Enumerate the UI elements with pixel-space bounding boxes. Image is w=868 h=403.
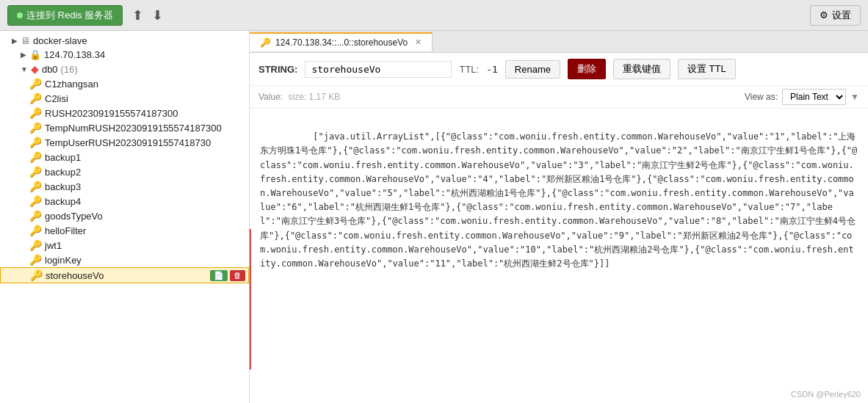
db0-count: (16) <box>61 64 78 75</box>
reload-button[interactable]: 重载键值 <box>613 59 670 79</box>
key-label-backup2: backup2 <box>45 167 81 178</box>
sidebar-item-storehousevo[interactable]: 🔑 storehouseVo 📄 🗑 <box>0 267 249 283</box>
upload-icon: ⬆ <box>132 8 143 23</box>
key-type-label: STRING: <box>258 64 297 75</box>
sidebar-item-backup4[interactable]: 🔑 backup4 <box>0 194 249 208</box>
tab-close-button[interactable]: ✕ <box>415 37 422 47</box>
item-actions: 📄 🗑 <box>210 270 245 281</box>
key-label-tempuser: TempUserRUSH202309191557418730 <box>45 137 211 148</box>
content-panel: 🔑 124.70.138.34::...0::storehouseVo ✕ ST… <box>250 31 868 403</box>
download-icon: ⬇ <box>152 8 163 23</box>
key-label-rush1: RUSH20230919155574187300 <box>45 108 178 119</box>
sidebar-item-backup1[interactable]: 🔑 backup1 <box>0 150 249 164</box>
key-label-storehousevo: storehouseVo <box>46 270 104 281</box>
key-label-hellofilter: helloFilter <box>45 225 86 236</box>
sidebar-item-rush1[interactable]: 🔑 RUSH20230919155574187300 <box>0 106 249 120</box>
ttl-value: -1 <box>486 64 498 75</box>
delete-button[interactable]: 删除 <box>568 59 606 79</box>
toolbar-left: 连接到 Redis 服务器 ⬆ ⬇ <box>7 5 165 26</box>
item-delete-button[interactable]: 🗑 <box>230 270 245 281</box>
key-icon-storehousevo: 🔑 <box>30 269 43 281</box>
key-icon-rush1: 🔑 <box>29 107 42 119</box>
key-label-jwt1: jwt1 <box>45 240 62 251</box>
item-edit-button[interactable]: 📄 <box>210 270 228 281</box>
sidebar-item-tempnum[interactable]: 🔑 TempNumRUSH20230919155574187300 <box>0 120 249 135</box>
server-label: docker-slave <box>33 35 87 46</box>
sidebar-item-loginkey[interactable]: 🔑 loginKey <box>0 253 249 267</box>
gear-icon: ⚙ <box>820 10 828 21</box>
sidebar-item-goodstypevo[interactable]: 🔑 goodsTypeVo <box>0 208 249 223</box>
sidebar-item-tempuser[interactable]: 🔑 TempUserRUSH202309191557418730 <box>0 135 249 150</box>
key-icon-backup2: 🔑 <box>29 166 42 178</box>
key-icon-c2lisi: 🔑 <box>29 92 42 104</box>
key-icon-loginkey: 🔑 <box>29 254 42 266</box>
key-info-bar: STRING: TTL: -1 Rename 删除 重载键值 设置 TTL <box>250 53 868 86</box>
sidebar-item-db0[interactable]: ▼ ◆ db0 (16) <box>0 62 249 76</box>
chevron-down-icon: ▼ <box>850 92 859 102</box>
server-arrow: ▶ <box>12 37 18 45</box>
sidebar-item-server[interactable]: ▶ 🖥 docker-slave <box>0 34 249 48</box>
key-icon-backup1: 🔑 <box>29 151 42 163</box>
key-label-backup4: backup4 <box>45 196 81 207</box>
connect-button[interactable]: 连接到 Redis 服务器 <box>7 5 123 26</box>
ip-icon: 🔒 <box>29 49 41 60</box>
tab-bar: 🔑 124.70.138.34::...0::storehouseVo ✕ <box>250 31 868 53</box>
value-text: ["java.util.ArrayList",[{"@class":"com.w… <box>260 131 857 269</box>
ttl-label: TTL: <box>459 64 479 75</box>
rename-button[interactable]: Rename <box>505 60 560 79</box>
sidebar-item-ip[interactable]: ▶ 🔒 124.70.138.34 <box>0 48 249 62</box>
sidebar: ▶ 🖥 docker-slave ▶ 🔒 124.70.138.34 ▼ ◆ d… <box>0 31 250 403</box>
key-icon-backup4: 🔑 <box>29 195 42 207</box>
ip-arrow: ▶ <box>21 51 26 59</box>
view-as-select[interactable]: Plain Text JSON HEX Binary <box>782 89 846 105</box>
view-as-label: View as: <box>745 92 778 102</box>
main-area: ▶ 🖥 docker-slave ▶ 🔒 124.70.138.34 ▼ ◆ d… <box>0 31 868 403</box>
key-label-c1zhangsan: C1zhangsan <box>45 79 98 90</box>
upload-icon-button[interactable]: ⬆ <box>130 5 145 26</box>
value-bar: Value: size: 1.17 KB View as: Plain Text… <box>250 86 868 109</box>
connect-label: 连接到 Redis 服务器 <box>26 9 113 22</box>
sidebar-item-c2lisi[interactable]: 🔑 C2lisi <box>0 91 249 106</box>
value-prefix: Value: size: 1.17 KB <box>258 92 340 102</box>
db0-label: db0 <box>42 64 58 75</box>
key-label-c2lisi: C2lisi <box>45 93 68 104</box>
value-size: size: 1.17 KB <box>288 92 340 102</box>
tab-key-icon: 🔑 <box>260 37 271 48</box>
sidebar-item-backup3[interactable]: 🔑 backup3 <box>0 179 249 194</box>
sidebar-item-backup2[interactable]: 🔑 backup2 <box>0 164 249 179</box>
toolbar: 连接到 Redis 服务器 ⬆ ⬇ ⚙ 设置 <box>0 0 868 31</box>
key-icon-c1zhangsan: 🔑 <box>29 78 42 90</box>
key-label-backup3: backup3 <box>45 181 81 192</box>
key-icon-backup3: 🔑 <box>29 181 42 192</box>
ip-label: 124.70.138.34 <box>44 49 105 60</box>
tab-storehousevo[interactable]: 🔑 124.70.138.34::...0::storehouseVo ✕ <box>250 32 433 51</box>
key-label-loginkey: loginKey <box>45 255 82 266</box>
content-wrapper: 🔑 124.70.138.34::...0::storehouseVo ✕ ST… <box>250 31 868 403</box>
sidebar-item-c1zhangsan[interactable]: 🔑 C1zhangsan <box>0 76 249 91</box>
tab-label: 124.70.138.34::...0::storehouseVo <box>275 37 408 48</box>
value-content[interactable]: ["java.util.ArrayList",[{"@class":"com.w… <box>250 109 868 403</box>
sidebar-tree: ▶ 🖥 docker-slave ▶ 🔒 124.70.138.34 ▼ ◆ d… <box>0 31 249 286</box>
set-ttl-button[interactable]: 设置 TTL <box>678 59 736 79</box>
download-icon-button[interactable]: ⬇ <box>150 5 165 26</box>
key-label-tempnum: TempNumRUSH20230919155574187300 <box>45 123 222 134</box>
key-label-goodstypevo: goodsTypeVo <box>45 211 103 222</box>
db0-arrow: ▼ <box>21 65 28 73</box>
key-icon-goodstypevo: 🔑 <box>29 210 42 222</box>
connection-status-dot <box>17 12 23 18</box>
key-icon-tempuser: 🔑 <box>29 137 42 148</box>
sidebar-item-jwt1[interactable]: 🔑 jwt1 <box>0 238 249 253</box>
key-icon-hellofilter: 🔑 <box>29 225 42 236</box>
server-icon: 🖥 <box>21 35 30 46</box>
db0-icon: ◆ <box>31 63 39 75</box>
view-as-container: View as: Plain Text JSON HEX Binary ▼ <box>745 89 859 105</box>
sidebar-item-hellofilter[interactable]: 🔑 helloFilter <box>0 223 249 238</box>
settings-label: 设置 <box>832 9 851 22</box>
key-icon-jwt1: 🔑 <box>29 239 42 251</box>
settings-button[interactable]: ⚙ 设置 <box>810 5 861 26</box>
key-name-input[interactable] <box>305 61 452 78</box>
key-icon-tempnum: 🔑 <box>29 122 42 134</box>
key-label-backup1: backup1 <box>45 152 81 163</box>
toolbar-icons: ⬆ ⬇ <box>130 5 165 26</box>
